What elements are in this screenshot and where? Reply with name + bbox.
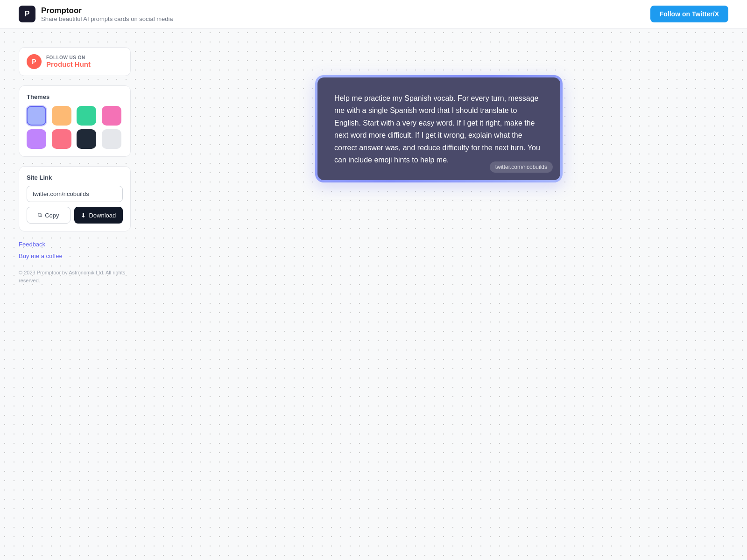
product-hunt-text: FOLLOW US ON Product Hunt xyxy=(46,55,91,68)
download-label: Download xyxy=(89,212,116,219)
theme-swatch-7[interactable] xyxy=(102,129,121,149)
main-content: P FOLLOW US ON Product Hunt Themes Site xyxy=(0,28,747,303)
download-button[interactable]: ⬇ Download xyxy=(74,207,123,224)
prompt-card-wrapper: Help me practice my Spanish vocab. For e… xyxy=(315,75,563,182)
product-hunt-name: Product Hunt xyxy=(46,60,91,68)
theme-swatch-4[interactable] xyxy=(27,129,46,149)
feedback-link[interactable]: Feedback xyxy=(19,241,131,248)
theme-swatch-3[interactable] xyxy=(102,106,121,126)
themes-label: Themes xyxy=(27,93,123,100)
prompt-card-border: Help me practice my Spanish vocab. For e… xyxy=(315,75,563,182)
theme-swatch-2[interactable] xyxy=(77,106,96,126)
header: P Promptoor Share beautiful AI prompts c… xyxy=(0,0,747,28)
theme-swatch-5[interactable] xyxy=(52,129,71,149)
prompt-card: Help me practice my Spanish vocab. For e… xyxy=(317,77,560,180)
copy-label: Copy xyxy=(45,212,59,219)
theme-swatch-6[interactable] xyxy=(77,129,96,149)
site-link-label: Site Link xyxy=(27,174,123,181)
prompt-text: Help me practice my Spanish vocab. For e… xyxy=(334,92,543,166)
app-logo: P xyxy=(19,6,35,22)
app-info: Promptoor Share beautiful AI prompts car… xyxy=(41,6,173,22)
product-hunt-logo: P xyxy=(27,54,42,69)
sidebar: P FOLLOW US ON Product Hunt Themes Site xyxy=(19,47,131,284)
product-hunt-banner[interactable]: P FOLLOW US ON Product Hunt xyxy=(19,47,131,76)
sidebar-links: Feedback Buy me a coffee xyxy=(19,241,131,259)
copy-button[interactable]: ⧉ Copy xyxy=(27,207,70,224)
download-icon: ⬇ xyxy=(81,212,86,219)
sidebar-footer: © 2023 Promptoor by Astronomik Ltd. All … xyxy=(19,269,131,284)
theme-swatch-0[interactable] xyxy=(27,106,46,126)
themes-section: Themes xyxy=(19,85,131,157)
theme-swatch-1[interactable] xyxy=(52,106,71,126)
coffee-link[interactable]: Buy me a coffee xyxy=(19,252,131,259)
header-brand: P Promptoor Share beautiful AI prompts c… xyxy=(19,6,173,22)
product-hunt-follow-text: FOLLOW US ON xyxy=(46,55,91,60)
app-subtitle: Share beautiful AI prompts cards on soci… xyxy=(41,15,173,22)
preview-area: Help me practice my Spanish vocab. For e… xyxy=(149,47,728,284)
app-name: Promptoor xyxy=(41,6,173,15)
follow-twitter-button[interactable]: Follow on Twitter/X xyxy=(650,6,728,22)
copy-icon: ⧉ xyxy=(38,211,42,219)
action-buttons: ⧉ Copy ⬇ Download xyxy=(27,207,123,224)
site-link-section: Site Link ⧉ Copy ⬇ Download xyxy=(19,166,131,231)
prompt-site-badge: twitter.com/ricobuilds xyxy=(490,161,553,173)
site-link-input[interactable] xyxy=(27,186,123,202)
themes-grid xyxy=(27,106,123,149)
